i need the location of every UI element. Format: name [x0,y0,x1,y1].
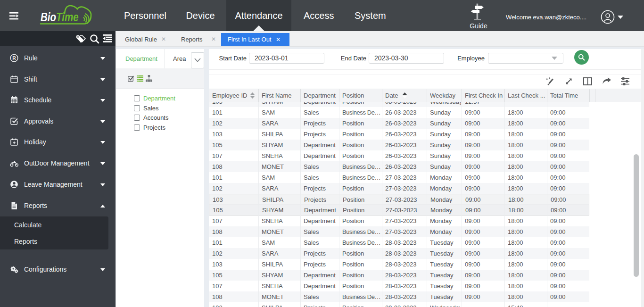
svg-text:R: R [12,55,16,61]
